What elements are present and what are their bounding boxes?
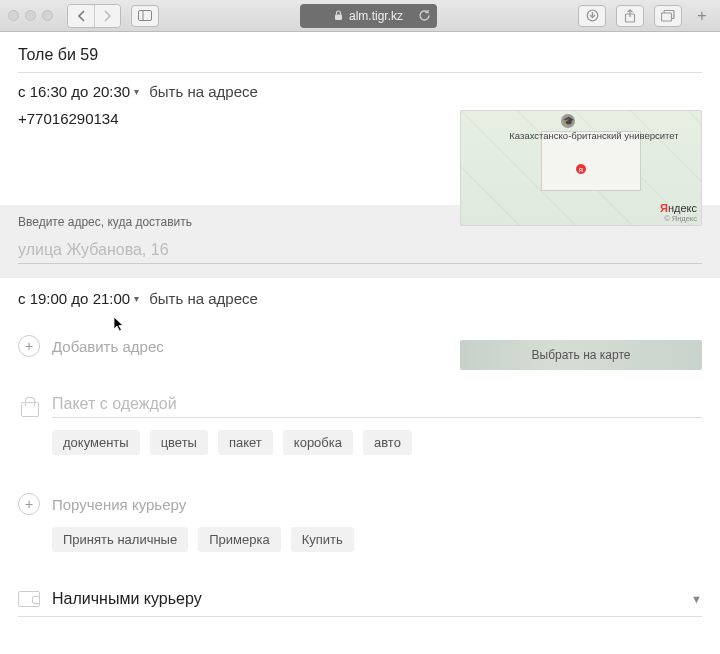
svg-rect-6: [662, 13, 672, 21]
nav-buttons: [67, 4, 121, 28]
page-content: Толе би 59 с 16:30 до 20:30 ▾ быть на ад…: [0, 32, 720, 654]
minimize-window-icon[interactable]: [25, 10, 36, 21]
plus-icon: +: [18, 493, 40, 515]
map-poi-label: Казахстанско-британский университет: [509, 131, 679, 141]
payment-label: Наличными курьеру: [52, 590, 679, 608]
close-window-icon[interactable]: [8, 10, 19, 21]
map-provider-label: Яндекс © Яндекс: [660, 202, 697, 223]
browser-toolbar: alm.tigr.kz +: [0, 0, 720, 32]
forward-button[interactable]: [94, 5, 120, 27]
tag-auto[interactable]: авто: [363, 430, 412, 455]
chevron-down-icon: ▾: [134, 86, 139, 97]
payment-select[interactable]: Наличными курьеру ▼: [18, 590, 702, 617]
tag-box[interactable]: коробка: [283, 430, 353, 455]
dropoff-time-select[interactable]: с 19:00 до 21:00 ▾: [18, 290, 139, 307]
window-controls: [8, 10, 53, 21]
plus-icon: +: [18, 335, 40, 357]
add-address-label: Добавить адрес: [52, 338, 164, 355]
tag-buy[interactable]: Купить: [291, 527, 354, 552]
pickup-map-preview[interactable]: 🎓 Казахстанско-британский университет я …: [460, 110, 702, 226]
pickup-time-label: с 16:30 до 20:30: [18, 83, 130, 100]
share-button[interactable]: [616, 5, 644, 27]
bag-icon: [18, 394, 40, 416]
back-button[interactable]: [68, 5, 94, 27]
pickup-address[interactable]: Толе би 59: [18, 32, 702, 73]
svg-rect-2: [335, 15, 342, 21]
choose-on-map-button[interactable]: Выбрать на карте: [460, 340, 702, 370]
cursor-icon: [113, 316, 125, 332]
pickup-time-note: быть на адресе: [149, 83, 258, 100]
tag-accept-cash[interactable]: Принять наличные: [52, 527, 188, 552]
new-tab-button[interactable]: +: [692, 7, 712, 25]
url-text: alm.tigr.kz: [349, 9, 403, 23]
wallet-icon: [18, 591, 40, 607]
chevron-down-icon: ▾: [134, 293, 139, 304]
dropoff-address-input[interactable]: [18, 237, 702, 264]
chevron-down-icon: ▼: [691, 593, 702, 605]
reload-icon[interactable]: [418, 9, 431, 22]
downloads-button[interactable]: [578, 5, 606, 27]
tag-tryon[interactable]: Примерка: [198, 527, 280, 552]
sidebar-button[interactable]: [131, 5, 159, 27]
fullscreen-window-icon[interactable]: [42, 10, 53, 21]
package-input[interactable]: [52, 391, 702, 418]
courier-tasks-row[interactable]: + Поручения курьеру: [18, 493, 702, 515]
courier-tasks-label: Поручения курьеру: [52, 496, 186, 513]
tag-flowers[interactable]: цветы: [150, 430, 208, 455]
university-icon: 🎓: [561, 114, 575, 128]
pickup-time-select[interactable]: с 16:30 до 20:30 ▾: [18, 83, 139, 100]
dropoff-time-label: с 19:00 до 21:00: [18, 290, 130, 307]
package-tags: документы цветы пакет коробка авто: [52, 430, 702, 455]
tabs-button[interactable]: [654, 5, 682, 27]
svg-rect-0: [139, 11, 152, 21]
dropoff-time-note: быть на адресе: [149, 290, 258, 307]
lock-icon: [334, 10, 343, 21]
tag-bag[interactable]: пакет: [218, 430, 273, 455]
address-bar[interactable]: alm.tigr.kz: [300, 4, 437, 28]
map-pin-icon: я: [575, 163, 587, 175]
tag-documents[interactable]: документы: [52, 430, 140, 455]
task-tags: Принять наличные Примерка Купить: [52, 527, 702, 552]
